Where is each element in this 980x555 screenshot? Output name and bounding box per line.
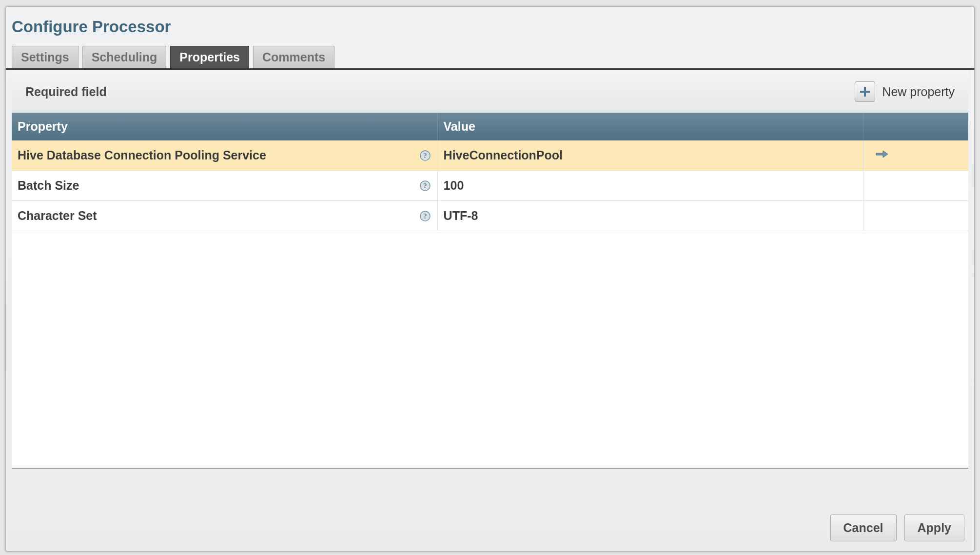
help-icon[interactable]: ?: [420, 150, 431, 161]
property-value-cell[interactable]: HiveConnectionPool: [437, 140, 863, 171]
property-value: UTF-8: [444, 209, 478, 222]
tab-body-properties: Required field New property Prope: [6, 70, 974, 469]
svg-text:?: ?: [423, 213, 427, 220]
column-header-actions: [863, 113, 968, 140]
property-value: 100: [444, 178, 464, 192]
apply-button[interactable]: Apply: [904, 515, 964, 541]
svg-text:?: ?: [423, 152, 427, 159]
property-value-cell[interactable]: UTF-8: [437, 201, 863, 231]
table-row[interactable]: Hive Database Connection Pooling Service…: [12, 140, 968, 171]
property-value: HiveConnectionPool: [444, 148, 563, 162]
dialog-title: Configure Processor: [6, 7, 974, 46]
tabs: Settings Scheduling Properties Comments: [6, 46, 974, 70]
property-action-cell: [863, 201, 968, 231]
property-name-cell: Character Set ?: [12, 201, 437, 231]
property-name-cell: Batch Size ?: [12, 171, 437, 201]
tab-scheduling[interactable]: Scheduling: [82, 46, 167, 68]
property-name-cell: Hive Database Connection Pooling Service…: [12, 140, 437, 171]
property-action-cell: [863, 140, 968, 171]
required-field-label: Required field: [25, 85, 107, 99]
svg-rect-1: [860, 91, 870, 93]
properties-toolbar: Required field New property: [12, 70, 968, 113]
new-property-button[interactable]: New property: [855, 81, 955, 102]
properties-table-container: Property Value Hive Database Connection …: [12, 113, 968, 469]
property-name: Hive Database Connection Pooling Service: [18, 148, 266, 162]
help-icon[interactable]: ?: [420, 211, 431, 221]
property-action-cell: [863, 171, 968, 201]
properties-table: Property Value Hive Database Connection …: [12, 113, 968, 231]
property-value-cell[interactable]: 100: [437, 171, 863, 201]
goto-arrow-icon[interactable]: [875, 149, 889, 159]
svg-text:?: ?: [423, 182, 427, 190]
property-name: Batch Size: [18, 178, 79, 192]
cancel-button[interactable]: Cancel: [830, 515, 897, 541]
tab-comments[interactable]: Comments: [253, 46, 334, 68]
configure-processor-dialog: Configure Processor Settings Scheduling …: [5, 6, 975, 552]
tab-settings[interactable]: Settings: [12, 46, 78, 68]
dialog-footer: Cancel Apply: [830, 515, 964, 541]
plus-icon: [855, 81, 875, 102]
help-icon[interactable]: ?: [420, 180, 431, 191]
column-header-property: Property: [12, 113, 437, 140]
new-property-label: New property: [882, 85, 955, 99]
column-header-value: Value: [437, 113, 863, 140]
tab-properties[interactable]: Properties: [170, 46, 249, 68]
table-row[interactable]: Character Set ? UTF-8: [12, 201, 968, 231]
table-row[interactable]: Batch Size ? 100: [12, 171, 968, 201]
property-name: Character Set: [18, 209, 97, 222]
